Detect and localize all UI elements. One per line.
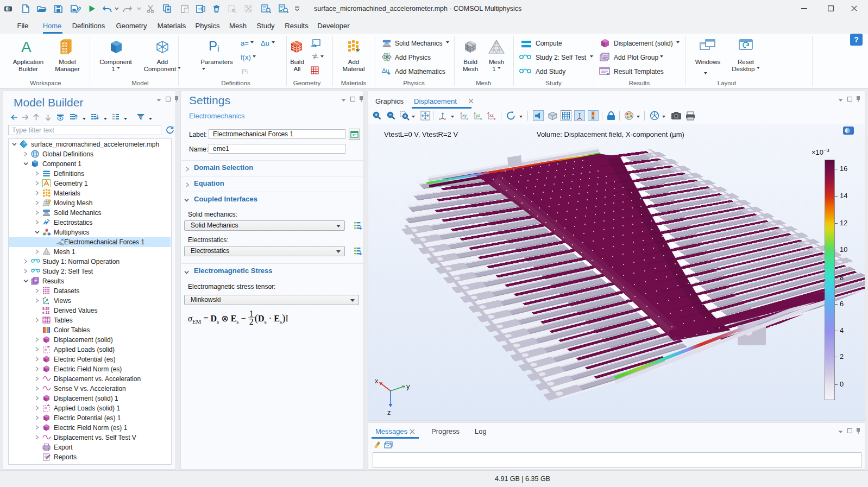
- svg-text:Pi: Pi: [209, 39, 219, 53]
- svg-text:e-12: e-12: [42, 311, 49, 314]
- svg-text:xz: xz: [489, 113, 494, 118]
- svg-text:A: A: [21, 39, 32, 54]
- svg-text:xy: xy: [462, 113, 467, 118]
- svg-text:yz: yz: [476, 113, 480, 118]
- svg-text:Δu: Δu: [382, 67, 389, 74]
- svg-text:8.85: 8.85: [42, 307, 49, 311]
